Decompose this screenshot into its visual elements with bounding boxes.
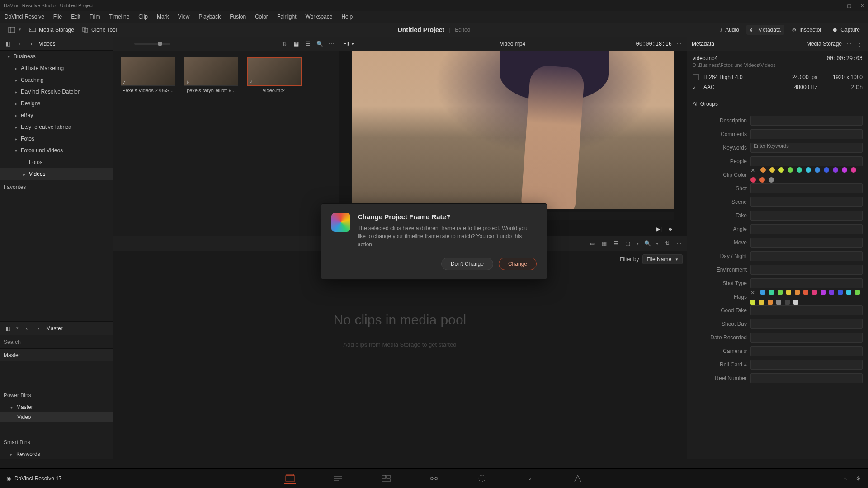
color-swatch[interactable] bbox=[806, 167, 811, 173]
clip-thumbnail[interactable] bbox=[247, 57, 302, 86]
power-bin-video[interactable]: Video bbox=[0, 412, 113, 422]
field-input[interactable] bbox=[750, 211, 863, 221]
field-input[interactable] bbox=[750, 346, 863, 356]
pool-sidebar-toggle-icon[interactable]: ◧ bbox=[4, 324, 12, 333]
flag-swatch[interactable] bbox=[793, 300, 798, 305]
field-input[interactable] bbox=[750, 238, 863, 248]
clone-tool-button[interactable]: Clone Tool bbox=[78, 25, 120, 35]
grid-view-icon[interactable]: ▦ bbox=[292, 40, 300, 47]
clear-color-icon[interactable]: ✕ bbox=[750, 167, 755, 174]
folder-videos[interactable]: ▸Videos bbox=[0, 168, 113, 180]
menu-mark[interactable]: Mark bbox=[157, 14, 169, 20]
fairlight-page-icon[interactable]: ♪ bbox=[524, 473, 536, 484]
smart-bin-keywords[interactable]: ▸ Keywords bbox=[0, 449, 113, 459]
flag-swatch[interactable] bbox=[760, 290, 765, 295]
menu-view[interactable]: View bbox=[178, 14, 190, 20]
flag-swatch[interactable] bbox=[821, 290, 826, 295]
thumb-size-slider[interactable] bbox=[134, 43, 170, 45]
clip-thumbnail[interactable] bbox=[121, 57, 175, 86]
project-settings-icon[interactable]: ⚙ bbox=[856, 475, 861, 482]
view-mode-4-icon[interactable]: ▢ bbox=[624, 240, 631, 247]
flag-swatch[interactable] bbox=[829, 290, 834, 295]
folder-affiliate-marketing[interactable]: ▸Affiliate Marketing bbox=[0, 62, 113, 74]
pool-search[interactable]: Search bbox=[0, 335, 113, 349]
field-input[interactable] bbox=[750, 278, 863, 288]
forward-icon[interactable]: › bbox=[27, 40, 35, 48]
color-swatch[interactable] bbox=[769, 167, 775, 173]
flag-swatch[interactable] bbox=[855, 290, 860, 295]
more-icon[interactable]: ⋯ bbox=[328, 40, 335, 47]
media-storage-button[interactable]: Media Storage bbox=[25, 25, 78, 35]
field-input[interactable] bbox=[750, 116, 863, 126]
menu-clip[interactable]: Clip bbox=[138, 14, 148, 20]
menu-fusion[interactable]: Fusion bbox=[230, 14, 246, 20]
flag-swatch[interactable] bbox=[769, 290, 774, 295]
field-input[interactable] bbox=[750, 224, 863, 234]
color-swatch[interactable] bbox=[769, 177, 774, 183]
viewer-frame[interactable] bbox=[352, 51, 674, 209]
menu-davinci-resolve[interactable]: DaVinci Resolve bbox=[5, 14, 44, 20]
menu-file[interactable]: File bbox=[53, 14, 62, 20]
close-icon[interactable]: ✕ bbox=[860, 3, 864, 9]
clip-item[interactable]: Pexels Videos 2786S... bbox=[121, 57, 175, 93]
search-icon[interactable]: 🔍 bbox=[316, 40, 323, 47]
folder-fotos[interactable]: ▸Fotos bbox=[0, 133, 113, 145]
power-bin-master[interactable]: ▾ Master bbox=[0, 402, 113, 412]
menu-playback[interactable]: Playback bbox=[198, 14, 221, 20]
field-input[interactable]: Enter Keywords bbox=[750, 143, 863, 153]
flag-swatch[interactable] bbox=[750, 300, 755, 305]
chevron-down-icon[interactable]: ▼ bbox=[15, 326, 19, 330]
view-mode-1-icon[interactable]: ▭ bbox=[589, 240, 596, 247]
clip-item[interactable]: pexels-taryn-elliott-9... bbox=[184, 57, 238, 93]
pool-search-icon[interactable]: 🔍 bbox=[644, 240, 651, 247]
audio-button[interactable]: ♪ Audio bbox=[716, 25, 743, 35]
flag-swatch[interactable] bbox=[846, 290, 851, 295]
pool-sort-icon[interactable]: ⇅ bbox=[664, 240, 671, 247]
color-swatch[interactable] bbox=[750, 177, 756, 183]
viewer-more-icon[interactable]: ⋯ bbox=[675, 40, 683, 47]
folder-davinci-resolve-dateien[interactable]: ▸DaVinci Resolve Dateien bbox=[0, 86, 113, 98]
color-swatch[interactable] bbox=[815, 167, 820, 173]
list-view-icon[interactable]: ☰ bbox=[304, 40, 311, 47]
flag-swatch[interactable] bbox=[759, 300, 764, 305]
color-swatch[interactable] bbox=[760, 177, 765, 183]
view-mode-2-icon[interactable]: ▦ bbox=[600, 240, 608, 247]
metadata-button[interactable]: 🏷 Metadata bbox=[746, 25, 784, 35]
pool-forward-icon[interactable]: › bbox=[34, 324, 42, 333]
minimize-icon[interactable]: — bbox=[833, 3, 838, 9]
menu-edit[interactable]: Edit bbox=[71, 14, 80, 20]
pool-back-icon[interactable]: ‹ bbox=[23, 324, 31, 333]
change-button[interactable]: Change bbox=[499, 258, 537, 270]
meta-more-icon[interactable]: ⋯ bbox=[845, 40, 853, 47]
flag-swatch[interactable] bbox=[812, 290, 817, 295]
color-page-icon[interactable] bbox=[476, 473, 488, 484]
flag-swatch[interactable] bbox=[838, 290, 843, 295]
color-swatch[interactable] bbox=[788, 167, 793, 173]
panel-toggle-button[interactable]: ▼ bbox=[5, 25, 25, 35]
goto-end-icon[interactable]: ⏭ bbox=[668, 226, 674, 232]
menu-workspace[interactable]: Workspace bbox=[306, 14, 333, 20]
maximize-icon[interactable]: ▢ bbox=[847, 3, 851, 9]
next-frame-icon[interactable]: ▶| bbox=[656, 226, 662, 232]
deliver-page-icon[interactable] bbox=[572, 473, 584, 484]
clip-item[interactable]: video.mp4 bbox=[247, 57, 302, 93]
dont-change-button[interactable]: Don't Change bbox=[441, 258, 493, 270]
inspector-button[interactable]: ⚙ Inspector bbox=[788, 25, 825, 35]
flag-swatch[interactable] bbox=[795, 290, 800, 295]
chevron-down-icon[interactable]: ▼ bbox=[656, 242, 659, 246]
color-swatch[interactable] bbox=[851, 167, 856, 173]
field-input[interactable] bbox=[750, 251, 863, 261]
flag-swatch[interactable] bbox=[768, 300, 773, 305]
field-input[interactable] bbox=[750, 319, 863, 329]
folder-business[interactable]: ▾Business bbox=[0, 51, 113, 62]
folder-fotos-und-videos[interactable]: ▾Fotos und Videos bbox=[0, 145, 113, 156]
folder-fotos[interactable]: Fotos bbox=[0, 156, 113, 168]
video-checkbox[interactable] bbox=[693, 74, 699, 80]
fusion-page-icon[interactable] bbox=[428, 473, 440, 484]
field-input[interactable] bbox=[750, 373, 863, 383]
flag-swatch[interactable] bbox=[803, 290, 808, 295]
flag-swatch[interactable] bbox=[786, 290, 791, 295]
color-swatch[interactable] bbox=[833, 167, 838, 173]
menu-help[interactable]: Help bbox=[341, 14, 353, 20]
field-input[interactable] bbox=[750, 183, 863, 193]
